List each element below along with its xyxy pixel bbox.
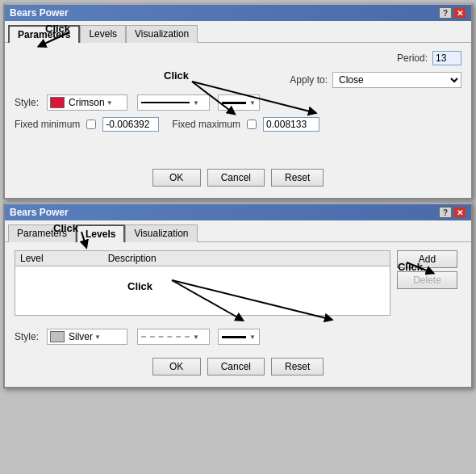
delete-button[interactable]: Delete	[397, 271, 457, 289]
style-row-2: Style: Silver ▼ ▼ ▼	[15, 329, 461, 345]
tab-content-1: Period: Apply to: Close Open High Low St…	[5, 42, 471, 198]
fixed-max-checkbox[interactable]	[247, 120, 257, 129]
levels-panel-content: Level Description Add Delete	[15, 250, 461, 322]
line-dashed-2	[141, 336, 190, 338]
levels-table: Level Description	[15, 250, 390, 316]
levels-table-body	[15, 266, 390, 315]
apply-select[interactable]: Close Open High Low	[332, 72, 461, 88]
close-button-1[interactable]: ✕	[453, 7, 466, 19]
color-swatch-2	[50, 331, 65, 342]
tabs-1: Parameters Levels Visualization	[5, 21, 471, 42]
desc-col-header: Description	[108, 253, 157, 264]
cancel-button-1[interactable]: Cancel	[207, 169, 265, 187]
annotation-area-1: Click	[15, 138, 461, 162]
tab-visualization-1[interactable]: Visualization	[126, 25, 198, 43]
color-name-1: Crimson	[69, 97, 105, 108]
period-row: Period:	[15, 51, 461, 65]
style-label-2: Style:	[15, 331, 39, 342]
tab-levels-1[interactable]: Levels	[80, 25, 126, 43]
period-label: Period:	[397, 52, 428, 64]
levels-left: Level Description	[15, 250, 390, 322]
style-area-2: Click Style:	[15, 329, 461, 345]
style-row-1: Style: Crimson ▼ ▼ ▼	[15, 94, 461, 111]
line-width-box-1[interactable]: ▼	[218, 94, 260, 111]
click-annotation-add: Click	[398, 261, 423, 273]
line-width-box-2[interactable]: ▼	[218, 329, 260, 345]
line-width-arrow-2: ▼	[249, 333, 256, 341]
click-annotation-1: Click	[45, 23, 70, 35]
button-row-2: OK Cancel Reset	[15, 351, 461, 379]
color-swatch-1	[50, 97, 65, 108]
click-label-style: Click	[164, 69, 189, 82]
line-style-arrow-2: ▼	[193, 333, 199, 341]
close-button-2[interactable]: ✕	[453, 207, 466, 218]
style-label-1: Style:	[15, 97, 39, 108]
ok-button-1[interactable]: OK	[152, 169, 201, 187]
title-bar-buttons-1: ? ✕	[439, 7, 466, 19]
line-style-box-1[interactable]: ▼	[137, 94, 210, 111]
color-name-2: Silver	[69, 331, 93, 342]
level-col-header: Level	[20, 253, 44, 264]
reset-button-1[interactable]: Reset	[271, 169, 324, 187]
dialog-1-title: Bears Power	[10, 7, 69, 19]
fixed-min-checkbox[interactable]	[86, 120, 96, 129]
fixed-row: Fixed minimum Fixed maximum	[15, 117, 461, 132]
fixed-max-label: Fixed maximum	[172, 119, 240, 130]
help-button-1[interactable]: ?	[439, 7, 452, 19]
color-dropdown-arrow-2: ▼	[94, 333, 101, 341]
click-annotation-style-2: Click	[127, 280, 152, 292]
line-width-preview-2	[222, 336, 246, 338]
line-width-preview-1	[222, 102, 246, 104]
color-dropdown-1[interactable]: Crimson ▼	[47, 94, 127, 111]
cancel-button-2[interactable]: Cancel	[207, 358, 265, 375]
title-bar-2: Bears Power ? ✕	[5, 204, 471, 220]
color-dropdown-arrow-1: ▼	[106, 99, 113, 107]
dialog-1: Bears Power ? ✕ Click Parameters Levels …	[3, 3, 473, 199]
color-dropdown-2[interactable]: Silver ▼	[47, 329, 127, 345]
line-solid-1	[141, 102, 190, 103]
button-row-1: OK Cancel Reset	[15, 162, 461, 190]
levels-table-header: Level Description	[15, 251, 390, 266]
apply-label: Apply to:	[290, 74, 328, 86]
apply-row: Apply to: Close Open High Low	[15, 72, 461, 88]
line-width-arrow-1: ▼	[249, 99, 256, 107]
tab-visualization-2[interactable]: Visualization	[125, 224, 197, 242]
reset-button-2[interactable]: Reset	[271, 358, 324, 375]
fixed-max-input[interactable]	[263, 117, 319, 132]
title-bar-1: Bears Power ? ✕	[5, 5, 471, 21]
click-annotation-2: Click	[53, 222, 78, 234]
line-style-box-2[interactable]: ▼	[137, 329, 210, 345]
tab-content-2: Click Level Description	[5, 241, 471, 387]
fixed-min-input[interactable]	[102, 117, 159, 132]
line-style-arrow-1: ▼	[193, 99, 199, 107]
dialog-2-title: Bears Power	[10, 207, 69, 218]
dialog-2: Bears Power ? ✕ Click Parameters Levels …	[3, 203, 473, 388]
ok-button-2[interactable]: OK	[152, 358, 201, 375]
title-bar-buttons-2: ? ✕	[439, 207, 466, 218]
help-button-2[interactable]: ?	[439, 207, 452, 218]
fixed-min-label: Fixed minimum	[15, 119, 80, 130]
tab-levels-2[interactable]: Levels	[76, 224, 125, 242]
period-input[interactable]	[432, 51, 461, 65]
